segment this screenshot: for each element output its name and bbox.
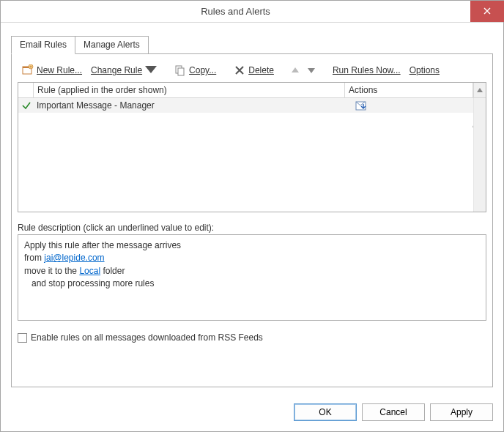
toolbar: New Rule... Change Rule Copy... Delete	[18, 62, 486, 82]
desc-line-1: Apply this rule after the message arrive…	[24, 239, 480, 252]
grid-scrollbar[interactable]	[473, 98, 486, 212]
tab-strip: Email Rules Manage Alerts	[11, 36, 493, 54]
close-button[interactable]	[470, 1, 504, 22]
desc-move-prefix: move it to the	[24, 266, 79, 276]
dialog-content: Email Rules Manage Alerts New Rule... Ch…	[1, 23, 503, 396]
ok-button[interactable]: OK	[294, 403, 357, 421]
rule-name: Important Message - Manager	[34, 100, 345, 111]
rss-checkbox[interactable]	[18, 333, 27, 343]
header-rule-col[interactable]: Rule (applied in the order shown)	[34, 83, 345, 97]
titlebar: Rules and Alerts	[1, 1, 503, 23]
close-icon	[483, 7, 491, 15]
tab-manage-alerts[interactable]: Manage Alerts	[75, 36, 149, 54]
grid-rows: Important Message - Manager	[18, 98, 473, 212]
copy-icon	[174, 64, 186, 76]
move-down-button[interactable]	[305, 66, 318, 75]
tab-email-rules[interactable]: Email Rules	[11, 36, 75, 54]
copy-label: Copy...	[189, 65, 216, 75]
checkmark-icon	[21, 100, 32, 111]
desc-folder-suffix: folder	[100, 266, 125, 276]
desc-line-3: move it to the Local folder	[24, 265, 480, 278]
window-title: Rules and Alerts	[1, 6, 470, 17]
run-rules-label: Run Rules Now...	[333, 65, 401, 75]
chevron-down-icon	[145, 64, 157, 76]
grid-header: Rule (applied in the order shown) Action…	[18, 83, 486, 98]
new-rule-button[interactable]: New Rule...	[19, 63, 85, 78]
rss-label: Enable rules on all messages downloaded …	[31, 332, 263, 343]
grid-body: Important Message - Manager	[18, 98, 486, 212]
rule-checkbox[interactable]	[18, 100, 34, 111]
header-checkbox-col[interactable]	[18, 83, 34, 97]
dialog-footer: OK Cancel Apply	[1, 396, 503, 431]
scroll-up-button[interactable]	[473, 83, 486, 97]
tab-panel: New Rule... Change Rule Copy... Delete	[11, 53, 493, 387]
rss-checkbox-row[interactable]: Enable rules on all messages downloaded …	[18, 332, 486, 343]
rule-actions-cell	[345, 100, 473, 111]
triangle-up-icon	[292, 67, 299, 73]
rule-description-label: Rule description (click an underlined va…	[18, 223, 486, 233]
copy-button[interactable]: Copy...	[171, 63, 219, 78]
desc-line-4: and stop processing more rules	[24, 278, 480, 290]
triangle-down-icon	[308, 67, 315, 73]
move-up-button[interactable]	[289, 66, 302, 75]
rules-alerts-dialog: Rules and Alerts Email Rules Manage Aler…	[0, 0, 504, 432]
change-rule-label: Change Rule	[91, 65, 142, 75]
change-rule-button[interactable]: Change Rule	[88, 63, 160, 78]
scroll-up-icon	[477, 88, 483, 92]
apply-button[interactable]: Apply	[430, 403, 493, 421]
new-rule-icon	[22, 64, 34, 76]
desc-folder-link[interactable]: Local	[79, 266, 100, 276]
rule-description-box: Apply this rule after the message arrive…	[18, 234, 486, 321]
desc-line-2: from jai@lepide.com	[24, 252, 480, 264]
run-rules-button[interactable]: Run Rules Now...	[330, 64, 404, 77]
new-rule-label: New Rule...	[37, 65, 82, 75]
svg-rect-4	[178, 68, 184, 75]
options-button[interactable]: Options	[407, 64, 442, 77]
rule-row[interactable]: Important Message - Manager	[18, 98, 473, 113]
rules-grid: Rule (applied in the order shown) Action…	[18, 82, 486, 212]
desc-from-prefix: from	[24, 253, 44, 263]
header-actions-col[interactable]: Actions	[345, 83, 473, 97]
move-to-folder-icon	[355, 100, 367, 111]
cancel-button[interactable]: Cancel	[362, 403, 425, 421]
delete-icon	[234, 64, 245, 76]
delete-label: Delete	[248, 65, 274, 75]
options-label: Options	[410, 65, 440, 75]
desc-sender-link[interactable]: jai@lepide.com	[44, 253, 104, 263]
delete-button[interactable]: Delete	[231, 63, 277, 78]
